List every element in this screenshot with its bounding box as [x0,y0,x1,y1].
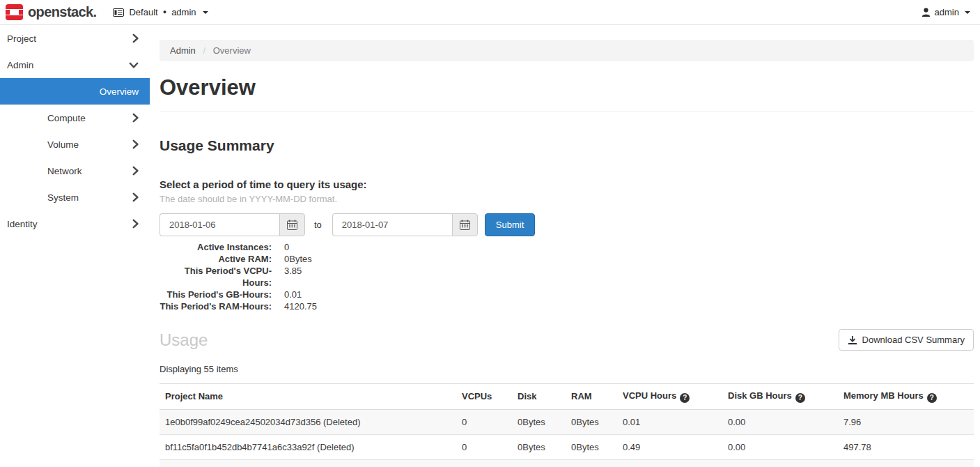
cell-memory-mb-hours: 7.96 [838,409,974,434]
date-range-form: to Submit [160,213,974,236]
date-to-calendar-button[interactable] [452,213,478,236]
context-switcher-dropdown[interactable]: Default ● admin [113,7,208,17]
user-icon [921,8,931,17]
stat-row: This Period's VCPU-Hours: 3.85 [160,265,974,289]
cell-vcpus: 0 [456,409,512,434]
column-header-memory-mb-hours[interactable]: Memory MB Hours? [838,384,974,410]
cell-ram: 0Bytes [566,459,617,467]
projects-icon [113,8,124,17]
stat-row: This Period's RAM-Hours: 4120.75 [160,300,974,312]
sidebar-item-compute[interactable]: Compute [0,105,150,131]
cell-disk: 0Bytes [512,459,566,467]
stat-row: Active RAM: 0Bytes [160,253,974,265]
date-from-calendar-button[interactable] [279,213,305,236]
cell-disk-gb-hours: 0.00 [722,459,838,467]
chevron-right-icon [132,139,139,149]
breadcrumb: Admin / Overview [160,40,974,61]
sidebar-item-label: Compute [47,113,86,123]
sidebar-item-volume[interactable]: Volume [0,131,150,158]
column-header-vcpus[interactable]: VCPUs [456,384,512,410]
main-content: Admin / Overview Overview Usage Summary … [160,40,974,467]
stat-label: Active RAM: [160,253,272,265]
chevron-right-icon [132,113,139,123]
usage-table: Project Name VCPUs Disk RAM VCPU Hours? … [160,383,974,467]
caret-down-icon [203,11,208,14]
caret-down-icon [965,11,970,14]
sidebar-item-identity[interactable]: Identity [0,210,150,237]
download-csv-label: Download CSV Summary [862,335,965,345]
user-menu-dropdown[interactable]: admin [921,7,970,17]
stat-label: This Period's GB-Hours: [160,289,272,300]
cell-vcpu-hours: 0.01 [617,409,722,434]
chevron-down-icon [129,62,139,68]
column-header-disk[interactable]: Disk [512,384,566,410]
download-csv-button[interactable]: Download CSV Summary [839,329,974,351]
context-project-label: admin [171,7,196,17]
date-from-input[interactable] [160,213,279,236]
column-header-disk-gb-hours[interactable]: Disk GB Hours? [722,384,838,410]
question-icon[interactable]: ? [680,393,690,403]
breadcrumb-current: Overview [213,45,251,56]
breadcrumb-admin-link[interactable]: Admin [170,45,196,56]
breadcrumb-separator: / [203,45,205,56]
date-to-input[interactable] [332,213,452,236]
usage-stats: Active Instances: 0 Active RAM: 0Bytes T… [160,241,974,312]
table-header-row: Project Name VCPUs Disk RAM VCPU Hours? … [160,384,974,410]
column-header-vcpu-hours[interactable]: VCPU Hours? [617,384,722,410]
usage-heading: Usage [160,330,208,350]
cell-vcpus: 0 [456,459,512,467]
column-header-project-name[interactable]: Project Name [160,384,456,410]
title-divider [160,112,974,112]
cell-disk: 0Bytes [512,409,566,434]
chevron-right-icon [132,33,139,43]
cell-project-name: bf11c5fa0f1b452db4b7741a6c33a92f (Delete… [160,434,456,459]
cell-ram: 0Bytes [566,409,617,434]
period-prompt: Select a period of time to query its usa… [160,178,974,190]
question-icon[interactable]: ? [927,393,937,403]
brand-link[interactable]: openstack. [6,4,96,20]
sidebar-item-overview[interactable]: Overview [0,78,150,105]
stat-label: Active Instances: [160,241,272,253]
stat-value: 0.01 [284,289,302,300]
stat-label: This Period's VCPU-Hours: [160,265,272,289]
sidebar-item-project[interactable]: Project [0,25,150,52]
cell-vcpus: 0 [456,434,512,459]
chevron-right-icon [132,166,139,176]
sidebar-item-label: Project [7,33,36,44]
chevron-right-icon [132,219,139,229]
user-name-label: admin [935,7,959,17]
submit-button[interactable]: Submit [485,213,535,236]
question-icon[interactable]: ? [795,393,805,403]
stat-value: 0 [284,241,289,253]
stat-row: Active Instances: 0 [160,241,974,253]
table-row: 1e0b0f99af0249cea24502034d73d356 (Delete… [160,409,974,434]
sidebar-item-network[interactable]: Network [0,158,150,184]
cell-vcpu-hours: 0.11 [617,459,722,467]
sidebar: Project Admin Overview Compute Volume Ne… [0,25,150,237]
cell-project-name: ea1f2f357c09465eb6991edf7079efbe (Delete… [160,459,456,467]
page-title: Overview [160,75,974,100]
context-domain-label: Default [129,7,157,17]
sidebar-item-label: Network [47,166,82,176]
table-row: ea1f2f357c09465eb6991edf7079efbe (Delete… [160,459,974,467]
sidebar-item-admin[interactable]: Admin [0,52,150,78]
cell-memory-mb-hours: 110.93 [838,459,974,467]
stat-value: 0Bytes [284,253,312,265]
sidebar-item-label: System [47,192,79,203]
column-header-ram[interactable]: RAM [566,384,617,410]
sidebar-item-label: Identity [7,219,38,229]
cell-project-name: 1e0b0f99af0249cea24502034d73d356 (Delete… [160,409,456,434]
stat-value: 4120.75 [284,300,317,312]
cell-disk-gb-hours: 0.00 [722,434,838,459]
sidebar-item-label: Overview [100,86,139,97]
date-from-group [160,213,305,236]
cell-disk: 0Bytes [512,434,566,459]
brand-wordmark: openstack. [28,4,96,20]
items-count-text: Displaying 55 items [160,364,974,374]
stat-label: This Period's RAM-Hours: [160,300,272,312]
stat-value: 3.85 [284,265,302,289]
sidebar-item-system[interactable]: System [0,184,150,210]
download-icon [848,335,857,345]
usage-summary-heading: Usage Summary [160,137,974,154]
cell-ram: 0Bytes [566,434,617,459]
